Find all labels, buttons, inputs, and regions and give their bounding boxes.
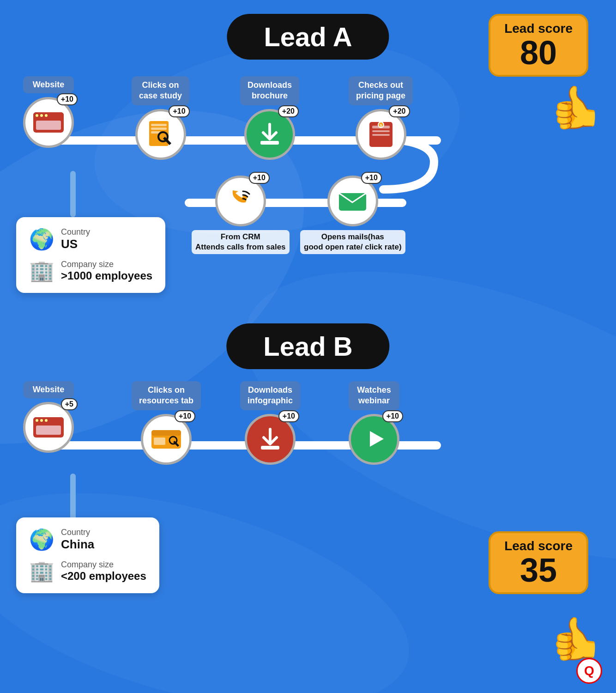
node-label-crm-a: From CRMAttends calls from sales (192, 230, 290, 254)
plus-badge-case-study-a: +10 (169, 105, 189, 117)
vert-line-a (70, 171, 76, 217)
svg-marker-34 (370, 431, 384, 447)
node-label-case-study-a: Clicks oncase study (132, 76, 189, 105)
country-label-a: Country (61, 227, 90, 237)
company-value-b: <200 employees (61, 570, 146, 583)
svg-point-7 (40, 114, 43, 117)
company-label-b: Company size (61, 560, 146, 570)
svg-point-6 (36, 114, 38, 117)
vert-line-b (70, 474, 76, 520)
bottom-logo: Q (576, 658, 602, 684)
lead-score-b-value: 35 (504, 553, 573, 587)
node-label-webinar-b: Watcheswebinar (349, 381, 399, 410)
country-label-b: Country (61, 528, 94, 537)
lead-score-a-badge: Lead score 80 (489, 14, 588, 77)
building-icon-b: 🏢 (29, 559, 54, 583)
node-pricing-a: Checks outpricing page $ +20 (349, 76, 413, 160)
node-website-b: Website +5 (23, 381, 74, 453)
node-resources-b: Clicks onresources tab +10 (132, 381, 201, 465)
svg-rect-11 (151, 124, 167, 126)
svg-point-25 (36, 419, 38, 422)
info-card-a: 🌍 Country US 🏢 Company size >1000 employ… (16, 217, 165, 293)
thumbs-up-b: 👍 (550, 614, 602, 663)
country-value-b: China (61, 537, 94, 552)
svg-rect-19 (372, 134, 390, 136)
node-website-a: Website +10 (23, 76, 74, 148)
plus-badge-mail-a: +10 (361, 172, 382, 184)
svg-point-8 (45, 114, 48, 117)
svg-point-26 (40, 419, 43, 422)
svg-rect-12 (151, 128, 167, 130)
globe-icon-a: 🌍 (29, 227, 54, 251)
svg-rect-28 (36, 426, 61, 435)
node-label-mail-a: Opens mails(hasgood open rate/ click rat… (300, 230, 405, 254)
plus-badge-website-b: +5 (61, 398, 78, 410)
svg-rect-31 (154, 438, 165, 445)
company-value-a: >1000 employees (61, 269, 152, 282)
svg-rect-30 (151, 430, 181, 436)
node-label-resources-b: Clicks onresources tab (132, 381, 201, 410)
plus-badge-resources-b: +10 (175, 410, 195, 422)
svg-point-27 (45, 419, 48, 422)
node-case-study-a: Clicks oncase study +10 (132, 76, 189, 160)
thumbs-up-a: 👍 (550, 83, 602, 132)
plus-badge-website-a: +10 (57, 93, 78, 105)
building-icon-a: 🏢 (29, 259, 54, 283)
node-webinar-b: Watcheswebinar +10 (349, 381, 399, 465)
svg-rect-18 (372, 130, 390, 132)
company-label-a: Company size (61, 260, 152, 269)
plus-badge-crm-a: +10 (249, 172, 270, 184)
node-brochure-a: Downloadsbrochure +20 (240, 76, 299, 160)
node-mail-a: +10 Opens mails(hasgood open rate/ click… (300, 176, 405, 254)
node-crm-a: +10 From CRMAttends calls from sales (192, 176, 290, 254)
plus-badge-infographic-b: +10 (278, 410, 299, 422)
node-label-infographic-b: Downloadsinfographic (240, 381, 300, 410)
svg-text:$: $ (380, 123, 382, 128)
lead-a-title: Lead A (227, 14, 389, 60)
lead-score-a-value: 80 (504, 36, 573, 69)
node-infographic-b: Downloadsinfographic +10 (240, 381, 300, 465)
plus-badge-brochure-a: +20 (278, 105, 299, 117)
node-label-brochure-a: Downloadsbrochure (240, 76, 299, 105)
node-label-website-a: Website (23, 76, 74, 93)
globe-icon-b: 🌍 (29, 528, 54, 552)
svg-rect-15 (260, 141, 279, 145)
lead-b-title: Lead B (226, 323, 389, 369)
plus-badge-pricing-a: +20 (389, 105, 410, 117)
lead-score-b-badge: Lead score 35 (489, 531, 588, 594)
svg-rect-9 (36, 121, 61, 130)
node-label-pricing-a: Checks outpricing page (349, 76, 413, 105)
country-value-a: US (61, 237, 90, 251)
svg-rect-33 (261, 446, 279, 450)
node-label-website-b: Website (23, 381, 74, 398)
plus-badge-webinar-b: +10 (382, 410, 403, 422)
info-card-b: 🌍 Country China 🏢 Company size <200 empl… (16, 517, 159, 593)
